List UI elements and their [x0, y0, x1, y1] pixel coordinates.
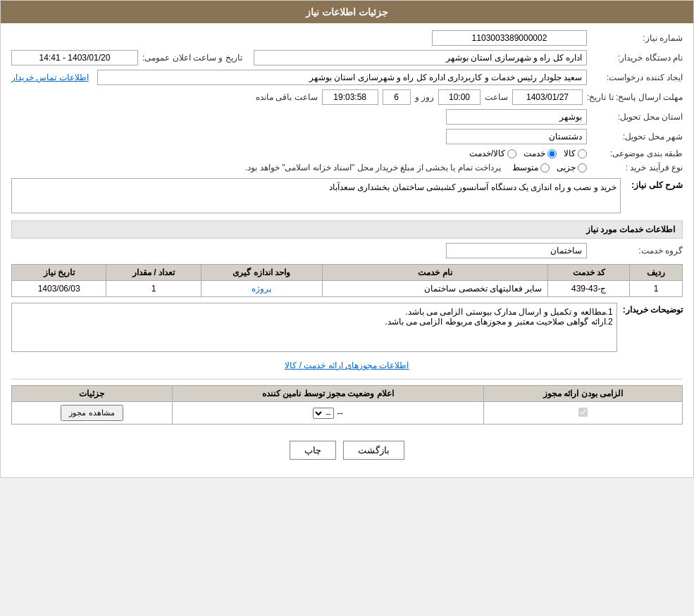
license-col-status: اعلام وضعیت مجوز توسط نامین کننده [172, 386, 483, 402]
deadline-remaining-label: ساعت باقی مانده [256, 92, 318, 102]
license-col-required: الزامی بودن ارائه مجوز [483, 386, 682, 402]
license-table: الزامی بودن ارائه مجوز اعلام وضعیت مجوز … [11, 385, 683, 425]
page-title: جزئیات اطلاعات نیاز [306, 6, 388, 18]
category-kala-option[interactable]: کالا [564, 149, 587, 158]
process-motovaset-radio[interactable] [540, 163, 550, 172]
category-kala-khedmat-label: کالا/خدمت [469, 149, 505, 158]
deadline-remaining: 19:03:58 [322, 89, 378, 105]
cell-name: سایر فعالیتهای تخصصی ساختمان [322, 281, 548, 297]
license-row: -- -- مشاهده مجوز [12, 402, 683, 425]
services-table: ردیف کد خدمت نام خدمت واحد اندازه گیری ت… [11, 264, 683, 297]
need-number-label: شماره نیاز: [591, 33, 683, 43]
category-kala-label: کالا [564, 149, 576, 158]
category-radio-group: کالا خدمت کالا/خدمت [469, 149, 587, 158]
page-header: جزئیات اطلاعات نیاز [1, 1, 693, 23]
process-jozii-radio[interactable] [578, 163, 587, 172]
license-required-checkbox [578, 408, 588, 417]
license-link[interactable]: اطلاعات مجوزهای ارائه خدمت / کالا [11, 356, 683, 375]
buyer-notes-line1: 1.مطالعه و تکمیل و ارسال مدارک بیوستی ال… [16, 307, 613, 317]
category-kala-khedmat-option[interactable]: کالا/خدمت [469, 149, 516, 158]
requester-value: سعید جلودار رئیس خدمات و کاربرداری اداره… [97, 70, 587, 85]
province-value: بوشهر [446, 109, 587, 125]
group-value: ساختمان [446, 243, 587, 258]
city-value: دشتستان [446, 129, 587, 144]
cell-count: 1 [106, 281, 201, 297]
need-desc-label: شرح کلی نیاز: [626, 178, 683, 190]
process-note: پرداخت تمام یا بخشی از مبلغ خریدار محل "… [245, 163, 501, 172]
category-kala-khedmat-radio[interactable] [507, 149, 516, 158]
announce-value: 1403/01/20 - 14:41 [11, 50, 138, 65]
license-col-details: جزئیات [12, 386, 173, 402]
license-required-cell [483, 402, 682, 425]
services-section-title: اطلاعات خدمات مورد نیاز [11, 220, 683, 239]
license-status-select[interactable]: -- [313, 408, 334, 419]
process-motovaset-label: متوسط [512, 163, 538, 172]
print-button[interactable]: چاپ [290, 441, 336, 460]
city-label: شهر محل تحویل: [591, 132, 683, 142]
col-date: تاریخ نیاز [12, 265, 106, 281]
license-details-cell: مشاهده مجوز [12, 402, 173, 425]
col-row: ردیف [630, 265, 683, 281]
col-code: کد خدمت [548, 265, 630, 281]
need-desc-value: خرید و نصب و راه اندازی یک دستگاه آسانسو… [11, 178, 621, 213]
col-unit: واحد اندازه گیری [201, 265, 322, 281]
process-jozii-label: جزیی [557, 163, 576, 172]
cell-date: 1403/06/03 [12, 281, 106, 297]
deadline-time: 10:00 [438, 89, 481, 105]
deadline-label: مهلت ارسال پاسخ: تا تاریخ: [587, 92, 683, 102]
action-buttons: بازگشت چاپ [11, 430, 683, 470]
cell-code: ج-43-439 [548, 281, 630, 297]
license-table-section: الزامی بودن ارائه مجوز اعلام وضعیت مجوز … [11, 385, 683, 425]
view-license-button[interactable]: مشاهده مجوز [61, 405, 123, 421]
col-name: نام خدمت [322, 265, 548, 281]
buyer-org-value: اداره کل راه و شهرسازی استان بوشهر [254, 50, 587, 65]
process-jozii-option[interactable]: جزیی [557, 163, 587, 172]
col-count: تعداد / مقدار [106, 265, 201, 281]
license-status-value: -- [337, 408, 342, 418]
process-radio-group: جزیی متوسط [512, 163, 587, 172]
process-label: نوع فرآیند خرید : [591, 163, 683, 172]
license-status-cell: -- -- [172, 402, 483, 425]
deadline-days: 6 [383, 89, 411, 105]
deadline-day-label: روز و [415, 92, 434, 102]
group-label: گروه خدمت: [591, 246, 683, 256]
buyer-notes-label: توضیحات خریدار: [623, 303, 683, 315]
category-label: طبقه بندی موضوعی: [591, 149, 683, 158]
category-kala-radio[interactable] [578, 149, 587, 158]
category-khedmat-label: خدمت [523, 149, 545, 158]
back-button[interactable]: بازگشت [343, 441, 404, 460]
province-label: استان محل تحویل: [591, 112, 683, 122]
cell-unit: پروژه [201, 281, 322, 297]
table-row: 1 ج-43-439 سایر فعالیتهای تخصصی ساختمان … [12, 281, 683, 297]
category-khedmat-radio[interactable] [547, 149, 557, 158]
deadline-date: 1403/01/27 [512, 89, 583, 105]
buyer-notes-line2: 2.ارائه گواهی صلاحیت معتبر و مجوزهای مرب… [16, 317, 613, 327]
cell-row: 1 [630, 281, 683, 297]
buyer-notes-content: 1.مطالعه و تکمیل و ارسال مدارک بیوستی ال… [11, 303, 617, 352]
services-table-section: ردیف کد خدمت نام خدمت واحد اندازه گیری ت… [11, 264, 683, 297]
category-khedmat-option[interactable]: خدمت [523, 149, 557, 158]
deadline-time-label: ساعت [485, 92, 508, 102]
divider [11, 379, 683, 379]
buyer-org-label: نام دستگاه خریدار: [591, 53, 683, 63]
need-number-value: 1103003389000002 [432, 30, 587, 46]
process-motovaset-option[interactable]: متوسط [512, 163, 550, 172]
announce-label: تاریخ و ساعت اعلان عمومی: [142, 53, 242, 63]
contact-link[interactable]: اطلاعات تماس خریدار [11, 73, 89, 82]
requester-label: ایجاد کننده درخواست: [591, 73, 683, 82]
